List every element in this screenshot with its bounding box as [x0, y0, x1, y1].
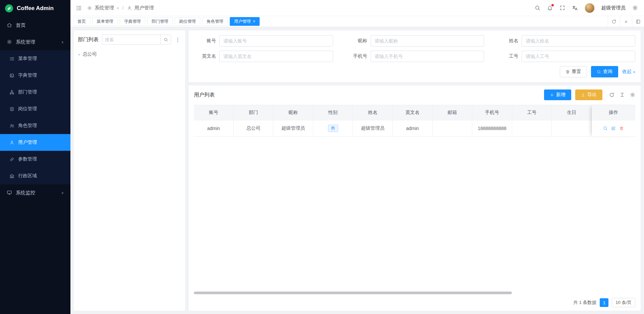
- table-row: admin 总公司 超级管理员 男 超级管理员 admin 1888888888…: [194, 120, 592, 137]
- cell-email: [433, 120, 473, 137]
- column-header: 英文名: [393, 105, 433, 120]
- view-icon[interactable]: [603, 126, 608, 131]
- tab-user-management[interactable]: 用户管理 ×: [230, 17, 260, 26]
- collapse-toggle[interactable]: 收起 ∧: [622, 69, 635, 75]
- department-panel-header: 部门列表 ⋮: [78, 35, 181, 45]
- avatar[interactable]: [585, 3, 595, 13]
- density-icon[interactable]: [620, 92, 625, 98]
- field-name: 姓名: [496, 35, 635, 47]
- tab-label: 菜单管理: [97, 19, 113, 24]
- search-form-card: 账号 昵称 姓名 英文名: [189, 30, 641, 82]
- tab-close-icon[interactable]: ×: [253, 19, 255, 23]
- sidebar-item-label: 行政区域: [18, 173, 37, 179]
- delete-icon[interactable]: [619, 126, 624, 131]
- breadcrumb-separator: /: [122, 5, 124, 11]
- sidebar-item-department-management[interactable]: 部门管理: [0, 84, 70, 101]
- column-header: 昵称: [273, 105, 313, 120]
- tab-post-management[interactable]: 岗位管理: [175, 17, 200, 26]
- department-tree: ▸ 总公司: [78, 49, 181, 59]
- sidebar-item-parameter-management[interactable]: 参数管理: [0, 151, 70, 168]
- sidebar-item-label: 部门管理: [18, 89, 37, 95]
- column-header: 手机号: [472, 105, 512, 120]
- sidebar-item-post-management[interactable]: 岗位管理: [0, 101, 70, 117]
- tab-menu-management[interactable]: 菜单管理: [92, 17, 118, 26]
- sidebar-item-menu-management[interactable]: 菜单管理: [0, 50, 70, 67]
- add-label: 新增: [556, 92, 566, 98]
- english-name-input[interactable]: [219, 51, 333, 62]
- nickname-input[interactable]: [371, 35, 484, 47]
- tab-home[interactable]: 首页: [73, 17, 90, 26]
- field-label: 姓名: [496, 38, 522, 44]
- tab-label: 字典管理: [124, 19, 141, 24]
- gender-badge: 男: [328, 125, 338, 132]
- name-input[interactable]: [522, 35, 635, 47]
- tab-role-management[interactable]: 角色管理: [202, 17, 228, 26]
- search-actions: 重置 查询 收起 ∧: [194, 66, 635, 77]
- cell-department: 总公司: [234, 120, 274, 137]
- sidebar-item-label: 用户管理: [18, 139, 37, 145]
- reset-button[interactable]: 重置: [560, 66, 587, 77]
- sidebar-item-home[interactable]: 首页: [0, 17, 70, 34]
- sidebar-item-system-monitor[interactable]: 系统监控 ∨: [0, 184, 70, 201]
- sidebar-item-system-management[interactable]: 系统管理 ∧: [0, 34, 70, 50]
- sidebar-item-label: 角色管理: [18, 123, 37, 129]
- id-badge-icon: [9, 107, 14, 112]
- coffee-logo-icon: [5, 4, 13, 13]
- query-button[interactable]: 查询: [591, 66, 618, 77]
- cell-gender: 男: [313, 120, 353, 137]
- username[interactable]: 超级管理员: [601, 5, 626, 11]
- cell-nickname: 超级管理员: [273, 120, 313, 137]
- fullscreen-icon[interactable]: [559, 5, 565, 11]
- field-job-number: 工号: [496, 51, 635, 62]
- tab-label: 首页: [77, 19, 86, 24]
- job-number-input[interactable]: [522, 51, 635, 62]
- sidebar-item-dict-management[interactable]: 字典管理: [0, 67, 70, 84]
- cell-account: admin: [194, 120, 234, 137]
- page-number-button[interactable]: 1: [600, 298, 608, 307]
- caret-right-icon[interactable]: ▸: [78, 52, 80, 57]
- app-logo: Coffee Admin: [0, 0, 70, 17]
- settings-gear-icon[interactable]: [632, 5, 638, 11]
- tab-dict-management[interactable]: 字典管理: [120, 17, 145, 26]
- page-size-select[interactable]: 10 条/页: [612, 298, 635, 307]
- department-search: [102, 35, 171, 45]
- export-button[interactable]: 导出: [575, 89, 602, 100]
- tab-label: 用户管理: [234, 19, 251, 24]
- table-tools: [609, 92, 635, 98]
- tabs-more-dropdown[interactable]: ∨: [620, 16, 632, 27]
- sidebar-item-label: 参数管理: [18, 156, 37, 162]
- refresh-icon[interactable]: [608, 16, 620, 27]
- edit-icon[interactable]: [611, 126, 616, 131]
- department-search-input[interactable]: [102, 35, 160, 45]
- layout-expand-icon: [636, 19, 641, 24]
- tree-node-head-office[interactable]: ▸ 总公司: [78, 49, 181, 59]
- sidebar-menu: 首页 系统管理 ∧ 菜单管理 字典管理 部门管理: [0, 17, 70, 201]
- add-user-button[interactable]: 新增: [544, 89, 571, 100]
- operation-column: 操作: [592, 105, 635, 137]
- search-icon[interactable]: [535, 5, 540, 11]
- content-fullscreen-icon[interactable]: [632, 16, 644, 27]
- account-input[interactable]: [219, 35, 333, 47]
- column-header: 部门: [234, 105, 274, 120]
- department-search-button[interactable]: [160, 35, 171, 45]
- sidebar-item-role-management[interactable]: 角色管理: [0, 117, 70, 134]
- column-settings-gear-icon[interactable]: [630, 92, 635, 98]
- breadcrumb-section[interactable]: 系统管理: [95, 5, 114, 11]
- notification-bell[interactable]: [547, 5, 553, 11]
- refresh-icon[interactable]: [609, 92, 614, 98]
- more-options-icon[interactable]: ⋮: [174, 37, 181, 43]
- sidebar-item-admin-region[interactable]: 行政区域: [0, 168, 70, 184]
- tab-department-management[interactable]: 部门管理: [147, 17, 173, 26]
- sidebar-item-user-management[interactable]: 用户管理: [0, 134, 70, 151]
- translate-icon[interactable]: [572, 5, 578, 11]
- user-table-main: 账号 部门 昵称 性别 姓名 英文名 邮箱 手机号 工号 生日: [194, 105, 592, 137]
- table-header-row: 账号 部门 昵称 性别 姓名 英文名 邮箱 手机号 工号 生日: [194, 105, 592, 120]
- dictionary-icon: [9, 73, 14, 78]
- column-header: 工号: [512, 105, 552, 120]
- field-phone: 手机号: [345, 51, 484, 62]
- menu-fold-icon[interactable]: [76, 5, 82, 11]
- topbar-right: 超级管理员: [535, 3, 638, 13]
- phone-input[interactable]: [371, 51, 484, 62]
- scrollbar-thumb[interactable]: [194, 292, 512, 294]
- field-account: 账号: [194, 35, 333, 47]
